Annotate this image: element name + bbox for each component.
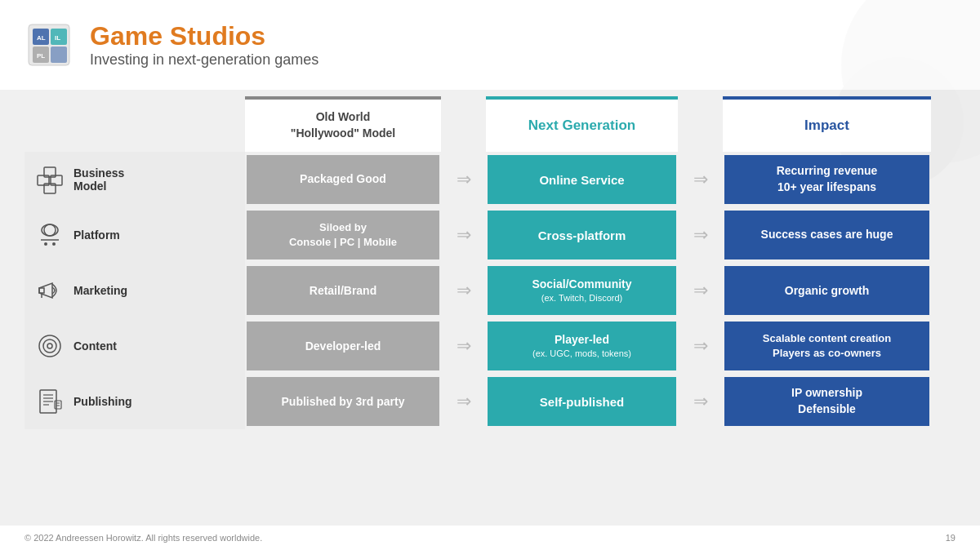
row-label-business-model-text: Business Model xyxy=(74,166,124,193)
svg-rect-4 xyxy=(51,47,67,63)
svg-point-14 xyxy=(44,224,56,236)
arrow-9: ⇒ xyxy=(441,374,486,429)
arrow-10: ⇒ xyxy=(678,374,723,429)
page-subtitle: Investing in next-generation games xyxy=(90,51,318,69)
disc-icon xyxy=(34,330,65,361)
cell-next-platform: Cross-platform xyxy=(488,211,676,259)
svg-rect-19 xyxy=(39,288,44,293)
row-label-business-model: Business Model xyxy=(24,152,245,207)
arrow-5: ⇒ xyxy=(441,263,486,318)
arrow-8: ⇒ xyxy=(678,318,723,374)
cell-impact-business-model: Recurring revenue 10+ year lifespans xyxy=(724,155,929,204)
logo-icon: AL IL PL xyxy=(24,20,74,69)
cell-next-business-model: Online Service xyxy=(488,155,676,204)
cell-next-content: Player-led (ex. UGC, mods, tokens) xyxy=(488,322,676,370)
megaphone-icon xyxy=(34,275,65,306)
svg-point-23 xyxy=(47,344,52,348)
row-label-publishing-text: Publishing xyxy=(74,395,132,408)
cell-impact-marketing: Organic growth xyxy=(724,266,929,315)
cell-old-platform: Siloed by Console | PC | Mobile xyxy=(247,211,439,259)
page-footer: © 2022 Andreessen Horowitz. All rights r… xyxy=(0,526,980,550)
svg-text:IL: IL xyxy=(55,34,60,42)
header-spacer-3 xyxy=(678,96,723,152)
cell-next-publishing: Self-published xyxy=(488,377,676,426)
arrow-3: ⇒ xyxy=(441,207,486,263)
cube-icon xyxy=(34,164,65,195)
arrow-6: ⇒ xyxy=(678,263,723,318)
row-label-marketing-text: Marketing xyxy=(74,284,127,297)
col-header-impact: Impact xyxy=(723,96,931,152)
row-label-publishing: Publishing xyxy=(24,374,245,429)
cell-old-content: Developer-led xyxy=(247,322,439,370)
row-label-marketing: Marketing xyxy=(24,263,245,318)
header-spacer-2 xyxy=(441,96,486,152)
platform-icon xyxy=(34,220,65,251)
col-header-next: Next Generation xyxy=(486,96,678,152)
page-title: Game Studios xyxy=(90,21,318,51)
page-number: 19 xyxy=(946,533,956,543)
svg-point-18 xyxy=(52,242,56,246)
arrow-2: ⇒ xyxy=(678,152,723,207)
cell-old-publishing: Published by 3rd party xyxy=(247,377,439,426)
cell-old-marketing: Retail/Brand xyxy=(247,266,439,315)
table-grid: Old World "Hollywood" Model Next Generat… xyxy=(24,96,956,517)
svg-point-21 xyxy=(39,335,60,357)
page-header: AL IL PL Game Studios Investing in next-… xyxy=(0,0,980,90)
footer-copyright: © 2022 Andreessen Horowitz. All rights r… xyxy=(24,533,262,543)
svg-text:PL: PL xyxy=(37,52,45,60)
col-header-old: Old World "Hollywood" Model xyxy=(245,96,441,152)
svg-rect-29 xyxy=(55,401,61,409)
cell-impact-content: Scalable content creation Players as co-… xyxy=(724,322,929,370)
row-label-content-text: Content xyxy=(74,339,117,353)
cell-next-marketing: Social/Community (ex. Twitch, Discord) xyxy=(488,266,676,315)
header-text: Game Studios Investing in next-generatio… xyxy=(90,21,318,69)
arrow-7: ⇒ xyxy=(441,318,486,374)
svg-text:AL: AL xyxy=(37,34,46,42)
svg-point-22 xyxy=(43,339,56,353)
main-table: Old World "Hollywood" Model Next Generat… xyxy=(16,90,964,524)
document-icon xyxy=(34,386,65,417)
arrow-4: ⇒ xyxy=(678,207,723,263)
cell-old-business-model: Packaged Good xyxy=(247,155,439,204)
header-spacer-1 xyxy=(24,96,245,152)
cell-impact-publishing: IP ownership Defensible xyxy=(724,377,929,426)
row-label-platform-text: Platform xyxy=(74,228,120,242)
row-label-content: Content xyxy=(24,318,245,374)
cell-impact-platform: Success cases are huge xyxy=(724,211,929,259)
svg-point-17 xyxy=(44,242,47,246)
row-label-platform: Platform xyxy=(24,207,245,263)
arrow-1: ⇒ xyxy=(441,152,486,207)
